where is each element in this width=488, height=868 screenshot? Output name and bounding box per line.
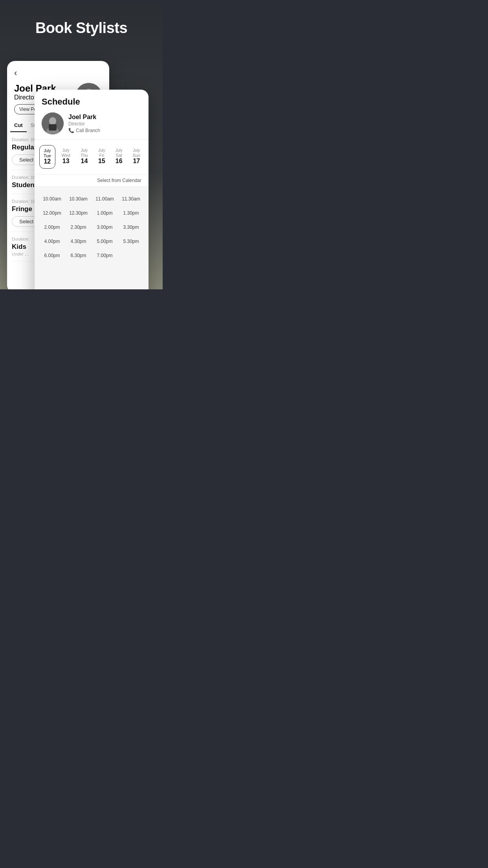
date-day-num: 17 (133, 158, 140, 165)
tab-cut[interactable]: Cut (10, 119, 27, 132)
page-title: Book Stylists (0, 0, 163, 48)
schedule-title: Schedule (42, 97, 141, 107)
back-icon: ‹ (14, 68, 17, 78)
time-slot-1500[interactable]: 3.00pm (93, 221, 117, 233)
time-slot-1230[interactable]: 12.30pm (66, 207, 90, 219)
time-row-2: 12.00pm 12.30pm 1.00pm 1.30pm (40, 207, 143, 219)
time-slot-1330[interactable]: 1.30pm (119, 207, 143, 219)
phone-icon: 📞 (68, 128, 74, 133)
date-day-name: Tue (44, 153, 51, 158)
svg-point-5 (49, 117, 56, 125)
time-slot-empty (119, 250, 143, 261)
date-item-sun17[interactable]: July Sun 17 (129, 145, 145, 169)
call-branch[interactable]: 📞 Call Branch (68, 128, 100, 133)
time-slots: 10.00am 10.30am 11.00am 11.30am 12.00pm … (35, 187, 149, 270)
time-slot-1030[interactable]: 10.30am (66, 193, 90, 205)
date-day-name: Wed (62, 153, 70, 158)
time-row-4: 4.00pm 4.30pm 5.00pm 5.30pm (40, 235, 143, 247)
page-background: Book Stylists ‹ Joel Park Director View … (0, 0, 163, 289)
date-month: July (44, 149, 51, 153)
time-slot-1730[interactable]: 5.30pm (119, 235, 143, 247)
date-day-name: Sat (116, 153, 122, 158)
date-day-num: 14 (81, 158, 88, 165)
date-month: July (62, 148, 70, 153)
date-item-thu14[interactable]: July Thu 14 (77, 145, 92, 169)
date-month: July (133, 148, 140, 153)
time-row-3: 2.00pm 2.30pm 3.00pm 3.30pm (40, 221, 143, 233)
date-item-wed13[interactable]: July Wed 13 (58, 145, 74, 169)
svg-rect-7 (49, 124, 57, 131)
time-row-1: 10.00am 10.30am 11.00am 11.30am (40, 193, 143, 205)
date-month: July (116, 148, 123, 153)
time-slot-1300[interactable]: 1.00pm (93, 207, 117, 219)
time-slot-1800[interactable]: 6.00pm (40, 250, 64, 261)
schedule-avatar (42, 112, 64, 134)
date-day-name: Fri (99, 153, 104, 158)
date-month: July (81, 148, 88, 153)
select-from-calendar[interactable]: Select from Calendar (35, 175, 149, 187)
schedule-stylist-name: Joel Park (68, 114, 100, 121)
back-button[interactable]: ‹ (7, 61, 109, 81)
date-day-num: 16 (116, 158, 123, 165)
time-slot-1400[interactable]: 2.00pm (40, 221, 64, 233)
date-item-tue12[interactable]: July Tue 12 (39, 145, 55, 169)
time-slot-1700[interactable]: 5.00pm (93, 235, 117, 247)
date-day-name: Thu (81, 153, 88, 158)
time-slot-1200[interactable]: 12.00pm (40, 207, 64, 219)
date-day-num: 12 (44, 158, 51, 165)
time-slot-1530[interactable]: 3.30pm (119, 221, 143, 233)
schedule-stylist-title: Director (68, 121, 100, 127)
time-slot-1130[interactable]: 11.30am (119, 193, 143, 205)
call-branch-label: Call Branch (76, 128, 100, 133)
date-item-sat16[interactable]: July Sat 16 (112, 145, 127, 169)
date-row: July Tue 12 July Wed 13 July Thu 14 July… (35, 140, 149, 175)
date-day-num: 15 (98, 158, 105, 165)
schedule-stylist-row: Joel Park Director 📞 Call Branch (42, 112, 141, 134)
schedule-header: Schedule Joel Park Director 📞 Call (35, 90, 149, 140)
schedule-stylist-info: Joel Park Director 📞 Call Branch (68, 114, 100, 133)
time-row-5: 6.00pm 6.30pm 7.00pm (40, 250, 143, 261)
date-day-name: Sun (133, 153, 141, 158)
time-slot-1830[interactable]: 6.30pm (66, 250, 90, 261)
schedule-card: Schedule Joel Park Director 📞 Call (35, 90, 149, 289)
time-slot-1630[interactable]: 4.30pm (66, 235, 90, 247)
date-item-fri15[interactable]: July Fri 15 (94, 145, 109, 169)
date-month: July (98, 148, 105, 153)
time-slot-1430[interactable]: 2.30pm (66, 221, 90, 233)
time-slot-1000[interactable]: 10.00am (40, 193, 64, 205)
time-slot-1100[interactable]: 11.00am (93, 193, 117, 205)
time-slot-1900[interactable]: 7.00pm (93, 250, 117, 261)
date-day-num: 13 (62, 158, 70, 165)
time-slot-1600[interactable]: 4.00pm (40, 235, 64, 247)
